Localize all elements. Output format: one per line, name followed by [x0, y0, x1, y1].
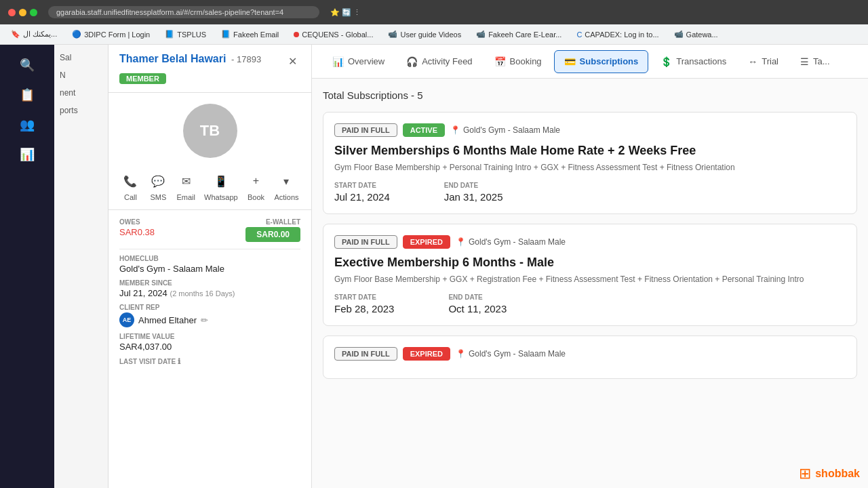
- end-date-value-1: Jan 31, 2025: [444, 191, 503, 203]
- whatsapp-button[interactable]: 📱 Whatsapp: [200, 169, 242, 204]
- sidebar-sales-icon[interactable]: 📋: [14, 81, 41, 108]
- edit-rep-icon[interactable]: ✏: [201, 315, 208, 325]
- actions-button[interactable]: ▾ Actions: [270, 169, 302, 204]
- shobbak-icon: ⊞: [799, 465, 811, 483]
- subscription-card-3: PAID IN FULL EXPIRED 📍 Gold's Gym - Sala…: [323, 336, 857, 379]
- bookmark-fakeeh-elearn[interactable]: 📹 Fakeeh Care E-Lear...: [471, 28, 567, 40]
- card-1-tags: PAID IN FULL ACTIVE 📍 Gold's Gym - Salaa…: [334, 123, 846, 137]
- lifetime-value: SAR4,037.00: [119, 342, 300, 352]
- close-button[interactable]: ✕: [284, 53, 300, 69]
- bookmark-fakeeh[interactable]: 📘 Fakeeh Email: [216, 28, 284, 40]
- app-container: 🔍 📋 👥 📊 Sal N nent ports Thamer Belal Ha…: [0, 45, 868, 488]
- member-id: - 17893: [231, 54, 261, 64]
- location-pin-icon-3: 📍: [456, 349, 466, 359]
- start-date-value-1: Jul 21, 2024: [334, 191, 390, 203]
- action-buttons: 📞 Call 💬 SMS ✉ Email 📱 Whatsapp + Book ▾: [108, 163, 311, 210]
- avatar-section: TB: [108, 93, 311, 163]
- end-date-label-2: END DATE: [448, 293, 507, 301]
- paid-in-full-badge-1: PAID IN FULL: [334, 123, 397, 137]
- url-bar[interactable]: ggarabia.staff.unifiedfitnessplatform.ai…: [48, 6, 319, 18]
- subscription-card-2: PAID IN FULL EXPIRED 📍 Gold's Gym - Sala…: [323, 224, 857, 326]
- member-info: OWES SAR0.38 E-WALLET SAR0.00 HOMECLUB G…: [108, 210, 311, 380]
- card-2-desc: Gym Floor Base Membership + GGX + Regist…: [334, 274, 846, 285]
- call-icon: 📞: [121, 171, 140, 190]
- sidebar-search-icon[interactable]: 🔍: [14, 52, 41, 79]
- sal-n: N: [57, 68, 105, 83]
- member-header: Thamer Belal Hawari - 17893 ✕ MEMBER: [108, 45, 311, 93]
- more-icon: ☰: [800, 56, 809, 67]
- bookmark-arabic[interactable]: 🔖 يمكنك ال...: [5, 28, 62, 40]
- whatsapp-icon: 📱: [212, 171, 231, 190]
- bookmark-3dipc[interactable]: 🔵 3DIPC Form | Login: [66, 28, 155, 40]
- browser-chrome: ggarabia.staff.unifiedfitnessplatform.ai…: [0, 0, 868, 24]
- paid-in-full-badge-2: PAID IN FULL: [334, 235, 397, 249]
- location-1: 📍 Gold's Gym - Salaam Male: [450, 125, 560, 135]
- bookmark-gateway[interactable]: 📹 Gatewa...: [669, 28, 724, 40]
- tab-more[interactable]: ☰ Ta...: [791, 51, 840, 73]
- sidebar-reports-icon[interactable]: 📊: [14, 141, 41, 168]
- tab-activity-feed[interactable]: 🎧 Activity Feed: [397, 51, 481, 73]
- owes-value: SAR0.38: [119, 227, 210, 237]
- location-pin-icon-2: 📍: [456, 237, 466, 247]
- call-button[interactable]: 📞 Call: [117, 169, 144, 204]
- tab-transactions[interactable]: 💲 Transactions: [651, 51, 736, 73]
- member-name: Thamer Belal Hawari: [119, 53, 226, 64]
- owes-label: OWES: [119, 218, 210, 226]
- trial-icon: ↔: [748, 56, 757, 67]
- sms-icon: 💬: [149, 171, 167, 190]
- member-since-value: Jul 21, 2024 (2 months 16 Days): [119, 288, 300, 298]
- sal-nent: nent: [57, 85, 105, 100]
- bookmark-cequens[interactable]: CEQUENS - Global...: [288, 29, 378, 40]
- lifetime-value-label: LIFETIME VALUE: [119, 333, 300, 340]
- tab-subscriptions[interactable]: 💳 Subscriptions: [554, 50, 649, 73]
- tab-booking[interactable]: 📅 Booking: [485, 51, 551, 73]
- member-since-label: MEMBER SINCE: [119, 279, 300, 287]
- card-2-dates: START DATE Feb 28, 2023 END DATE Oct 11,…: [334, 293, 846, 314]
- rep-avatar: AE: [119, 312, 134, 327]
- end-date-value-2: Oct 11, 2023: [448, 303, 507, 314]
- expired-badge-2: EXPIRED: [403, 235, 450, 249]
- start-date-label-2: START DATE: [334, 293, 394, 301]
- card-2-title: Exective Membership 6 Months - Male: [334, 256, 846, 270]
- homeclub-value: Gold's Gym - Salaam Male: [119, 264, 300, 274]
- subscriptions-content: Total Subscriptions - 5 PAID IN FULL ACT…: [312, 79, 868, 488]
- start-date-label-1: START DATE: [334, 182, 390, 189]
- tab-overview[interactable]: 📊 Overview: [323, 51, 394, 73]
- card-1-desc: Gym Floor Base Membership + Personal Tra…: [334, 162, 846, 174]
- email-button[interactable]: ✉ Email: [172, 169, 199, 204]
- booking-icon: 📅: [494, 56, 506, 67]
- card-3-tags: PAID IN FULL EXPIRED 📍 Gold's Gym - Sala…: [334, 347, 846, 361]
- ewallet-button[interactable]: SAR0.00: [245, 227, 300, 242]
- sidebar-members-icon[interactable]: 👥: [14, 111, 41, 138]
- sal-label: Sal: [57, 50, 105, 65]
- ewallet-label: E-WALLET: [210, 218, 301, 226]
- transactions-icon: 💲: [660, 56, 672, 67]
- bookmark-userguide[interactable]: 📹 User guide Videos: [382, 28, 467, 40]
- homeclub-label: HOMECLUB: [119, 255, 300, 262]
- client-rep-name: Ahmed Eltaher: [138, 315, 197, 325]
- active-badge-1: ACTIVE: [403, 123, 445, 137]
- bookmark-tsplus[interactable]: 📘 TSPLUS: [159, 28, 212, 40]
- end-date-label-1: END DATE: [444, 182, 503, 189]
- activity-icon: 🎧: [406, 56, 418, 67]
- bookmark-capadex[interactable]: C CAPADEX: Log in to...: [571, 29, 664, 40]
- overview-icon: 📊: [332, 56, 344, 67]
- sal-panel: Sal N nent ports: [54, 45, 108, 488]
- subscription-card-1: PAID IN FULL ACTIVE 📍 Gold's Gym - Salaa…: [323, 112, 857, 214]
- tab-trial[interactable]: ↔ Trial: [738, 51, 788, 73]
- shobbak-logo: shobbak: [815, 468, 860, 480]
- bookmarks-bar: 🔖 يمكنك ال... 🔵 3DIPC Form | Login 📘 TSP…: [0, 24, 868, 45]
- book-button[interactable]: + Book: [243, 169, 270, 204]
- card-1-title: Silver Memberships 6 Months Male Home Ra…: [334, 144, 846, 158]
- actions-icon: ▾: [277, 171, 296, 190]
- location-pin-icon-1: 📍: [450, 125, 460, 135]
- start-date-value-2: Feb 28, 2023: [334, 303, 394, 314]
- client-rep-row: AE Ahmed Eltaher ✏: [119, 312, 300, 327]
- sms-button[interactable]: 💬 SMS: [144, 169, 172, 204]
- member-panel: Thamer Belal Hawari - 17893 ✕ MEMBER TB …: [108, 45, 312, 488]
- member-badge: MEMBER: [119, 73, 166, 84]
- nav-tabs: 📊 Overview 🎧 Activity Feed 📅 Booking 💳 S…: [312, 45, 868, 79]
- book-icon: +: [247, 171, 266, 190]
- paid-in-full-badge-3: PAID IN FULL: [334, 347, 397, 361]
- avatar: TB: [183, 104, 237, 158]
